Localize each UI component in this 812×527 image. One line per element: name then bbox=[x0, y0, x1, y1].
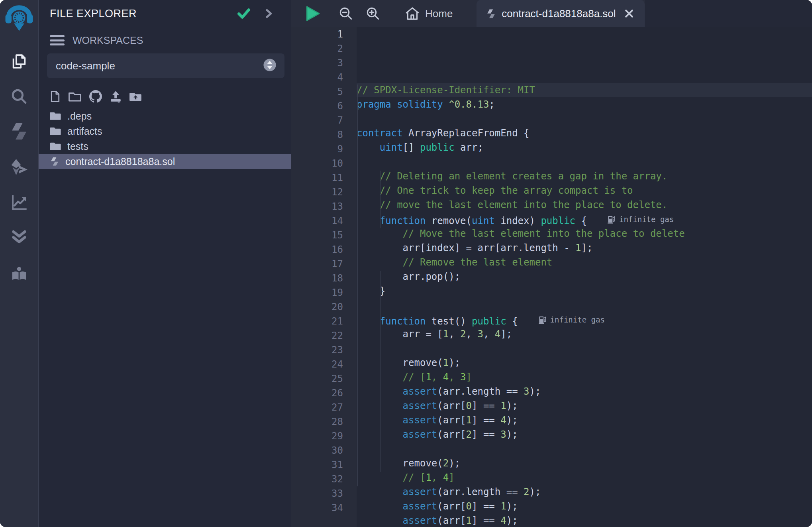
upload-file-button[interactable] bbox=[110, 90, 122, 103]
line-number: 5 bbox=[291, 85, 343, 99]
workspaces-menu-button[interactable] bbox=[50, 35, 65, 45]
tree-folder-tests[interactable]: tests bbox=[39, 139, 291, 154]
code-line[interactable]: assert(arr.length == 3); bbox=[357, 384, 812, 399]
ethereum-deploy-icon bbox=[10, 158, 29, 177]
line-number: 17 bbox=[291, 257, 343, 271]
code-line[interactable]: pragma solidity ^0.8.13; bbox=[357, 97, 812, 112]
tab-label: contract-d1a8818a8a.sol bbox=[502, 8, 616, 20]
close-tab-button[interactable] bbox=[624, 8, 634, 19]
code-line[interactable]: arr[index] = arr[arr.length - 1]; bbox=[357, 241, 812, 255]
search-icon bbox=[10, 87, 28, 106]
tab-label: Home bbox=[425, 8, 453, 20]
code-line[interactable]: // SPDX-License-Identifier: MIT bbox=[357, 83, 812, 97]
line-number: 26 bbox=[291, 386, 343, 400]
panel-title: FILE EXPLORER bbox=[50, 8, 223, 20]
indent-guide bbox=[381, 171, 381, 228]
code-line[interactable]: } bbox=[357, 284, 812, 298]
book-reader-icon bbox=[10, 265, 28, 284]
gas-estimate-badge: infinite gas bbox=[608, 212, 674, 226]
line-number: 24 bbox=[291, 357, 343, 372]
code-line[interactable]: function remove(uint index) public {infi… bbox=[357, 212, 812, 226]
zoom-out-button[interactable] bbox=[338, 0, 353, 27]
code-line[interactable]: // Deleting an element creates a gap in … bbox=[357, 169, 812, 183]
folder-icon bbox=[50, 111, 61, 121]
code-line[interactable]: assert(arr[2] == 3); bbox=[357, 427, 812, 442]
line-number: 16 bbox=[291, 242, 343, 257]
sidebar-item-statistics[interactable] bbox=[0, 193, 38, 211]
line-number: 1 bbox=[291, 27, 343, 41]
new-folder-button[interactable] bbox=[68, 91, 82, 102]
new-folder-icon bbox=[68, 91, 82, 102]
close-icon bbox=[624, 8, 634, 19]
tree-file-contract[interactable]: contract-d1a8818a8a.sol bbox=[39, 154, 291, 169]
code-line[interactable] bbox=[357, 341, 812, 356]
code-line[interactable]: contract ArrayReplaceFromEnd { bbox=[357, 126, 812, 140]
tab-contract[interactable]: contract-d1a8818a8a.sol bbox=[477, 0, 644, 27]
upload-file-icon bbox=[110, 90, 122, 103]
workspace-select[interactable]: code-sample bbox=[47, 53, 284, 78]
line-number: 4 bbox=[291, 70, 343, 85]
line-number: 32 bbox=[291, 472, 343, 486]
code-line[interactable]: remove(2); bbox=[357, 456, 812, 470]
new-file-icon bbox=[50, 90, 61, 102]
line-number: 15 bbox=[291, 228, 343, 242]
code-lines[interactable]: // SPDX-License-Identifier: MITpragma so… bbox=[357, 27, 812, 527]
remix-logo[interactable] bbox=[0, 2, 38, 33]
file-explorer-panel: FILE EXPLORER WORKSPACES code-sample bbox=[39, 0, 291, 527]
solidity-file-icon bbox=[50, 156, 59, 167]
code-line[interactable]: // [1, 4, 3] bbox=[357, 370, 812, 384]
sort-icon bbox=[263, 58, 277, 73]
code-line[interactable]: // move the last element into the place … bbox=[357, 198, 812, 212]
code-line[interactable] bbox=[357, 298, 812, 313]
sidebar-item-search[interactable] bbox=[0, 87, 38, 106]
code-line[interactable]: assert(arr[0] == 1); bbox=[357, 499, 812, 513]
code-line[interactable]: assert(arr.length == 2); bbox=[357, 485, 812, 499]
code-line[interactable]: uint[] public arr; bbox=[357, 140, 812, 155]
gutter: 1234567891011121314151617181920212223242… bbox=[291, 27, 357, 527]
sidebar-item-file-explorer[interactable] bbox=[0, 52, 38, 71]
zoom-in-button[interactable] bbox=[365, 0, 381, 27]
code-line[interactable]: // Remove the last element bbox=[357, 255, 812, 269]
tab-home[interactable]: Home bbox=[395, 0, 463, 27]
code-line[interactable] bbox=[357, 112, 812, 126]
collapse-panel-button[interactable] bbox=[265, 8, 273, 19]
sidebar-item-unit-testing[interactable] bbox=[0, 228, 38, 246]
gas-pump-icon bbox=[608, 215, 615, 224]
code-line[interactable]: assert(arr[0] == 1); bbox=[357, 399, 812, 413]
line-number: 27 bbox=[291, 400, 343, 415]
indent-guide bbox=[357, 85, 358, 486]
line-number: 11 bbox=[291, 171, 343, 185]
code-line[interactable]: arr.pop(); bbox=[357, 269, 812, 284]
folder-label: artifacts bbox=[67, 126, 102, 137]
github-button[interactable] bbox=[89, 90, 102, 103]
sidebar-item-solidity-compiler[interactable] bbox=[0, 122, 38, 141]
icon-rail bbox=[0, 0, 39, 527]
tree-folder-artifacts[interactable]: artifacts bbox=[39, 124, 291, 139]
new-file-button[interactable] bbox=[50, 90, 61, 102]
sidebar-item-learneth[interactable] bbox=[0, 265, 38, 284]
code-line[interactable] bbox=[357, 442, 812, 456]
sidebar-item-deploy-run[interactable] bbox=[0, 158, 38, 177]
workspaces-label: WORKSPACES bbox=[73, 35, 143, 46]
code-line[interactable]: assert(arr[1] == 4); bbox=[357, 413, 812, 427]
code-line[interactable]: arr = [1, 2, 3, 4]; bbox=[357, 327, 812, 341]
code-line[interactable]: // Move the last element into the place … bbox=[357, 226, 812, 241]
upload-folder-button[interactable] bbox=[129, 91, 142, 102]
explorer-toolbar bbox=[39, 90, 291, 103]
solidity-icon bbox=[486, 8, 496, 19]
tabbar-filler bbox=[645, 0, 812, 27]
code-line[interactable]: remove(1); bbox=[357, 356, 812, 370]
run-script-button[interactable] bbox=[305, 0, 321, 27]
code-line[interactable]: // One trick to keep the array compact i… bbox=[357, 183, 812, 198]
code-line[interactable]: function test() public {infinite gas bbox=[357, 313, 812, 327]
code-line[interactable]: // [1, 4] bbox=[357, 470, 812, 485]
indent-guide bbox=[381, 271, 381, 472]
editor-area: Home contract-d1a8818a8a.sol 12345678910… bbox=[291, 0, 812, 527]
tree-folder-deps[interactable]: .deps bbox=[39, 108, 291, 124]
line-number: 28 bbox=[291, 415, 343, 429]
chart-icon bbox=[10, 193, 28, 211]
code-line[interactable] bbox=[357, 155, 812, 169]
code-line[interactable]: assert(arr[1] == 4); bbox=[357, 513, 812, 527]
line-number: 22 bbox=[291, 328, 343, 343]
file-label: contract-d1a8818a8a.sol bbox=[65, 156, 175, 167]
